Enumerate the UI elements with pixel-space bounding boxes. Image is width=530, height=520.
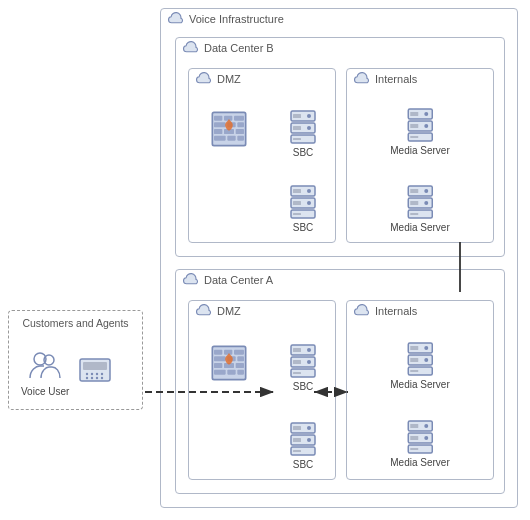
- svg-rect-3: [234, 116, 244, 121]
- media-server-b1-label: Media Server: [390, 145, 449, 156]
- svg-rect-26: [293, 201, 301, 205]
- cloud-icon-internals-b: [353, 72, 371, 86]
- internals-b-label: Internals: [375, 73, 417, 85]
- svg-point-33: [424, 124, 428, 128]
- svg-rect-18: [293, 126, 301, 130]
- cloud-icon-dmz-a: [195, 304, 213, 318]
- svg-rect-31: [410, 112, 418, 116]
- sbc-a1-label: SBC: [293, 381, 314, 392]
- svg-rect-71: [293, 438, 301, 442]
- internals-a-label: Internals: [375, 305, 417, 317]
- svg-point-78: [424, 358, 428, 362]
- svg-rect-47: [224, 350, 232, 355]
- svg-rect-52: [214, 363, 222, 368]
- dc-b-region: Data Center B DMZ: [175, 37, 505, 257]
- media-server-a2-label: Media Server: [390, 457, 449, 468]
- svg-rect-81: [410, 370, 418, 372]
- media-server-a1-wrap: Media Server: [390, 341, 449, 390]
- media-server-b2-wrap: Media Server: [390, 184, 449, 233]
- media-server-a2-icon: [406, 419, 434, 455]
- svg-rect-89: [410, 448, 418, 450]
- sbc-b1-icon: [289, 109, 317, 145]
- svg-rect-36: [410, 136, 418, 138]
- sbc-b2-icon: [289, 184, 317, 220]
- svg-rect-76: [410, 346, 418, 350]
- svg-rect-11: [227, 136, 235, 141]
- sbc-a1-icon: [289, 343, 317, 379]
- customers-label: Customers and Agents: [9, 317, 142, 329]
- sbc-b1-label: SBC: [293, 147, 314, 158]
- firewall-a-icon: [209, 343, 249, 383]
- cloud-icon-internals-a: [353, 304, 371, 318]
- svg-point-94: [86, 373, 88, 375]
- svg-point-70: [307, 438, 311, 442]
- internals-b-region: Internals Media Server: [346, 68, 494, 243]
- svg-point-22: [307, 189, 311, 193]
- svg-rect-1: [214, 116, 222, 121]
- svg-point-86: [424, 436, 428, 440]
- svg-point-98: [86, 377, 88, 379]
- phone-icon: [77, 351, 113, 387]
- svg-point-67: [307, 426, 311, 430]
- dc-a-label: Data Center A: [204, 274, 273, 286]
- media-server-b2-icon: [406, 184, 434, 220]
- svg-rect-6: [237, 122, 244, 127]
- voice-infra-region: Voice Infrastructure Data Center B DMZ: [160, 8, 518, 508]
- sbc-b1-wrap: SBC: [289, 109, 317, 158]
- svg-point-99: [91, 377, 93, 379]
- media-server-a1-label: Media Server: [390, 379, 449, 390]
- svg-point-75: [424, 346, 428, 350]
- dmz-a-region: DMZ: [188, 300, 336, 480]
- svg-point-96: [96, 373, 98, 375]
- svg-point-95: [91, 373, 93, 375]
- media-server-a1-icon: [406, 341, 434, 377]
- sbc-a2-icon: [289, 421, 317, 457]
- media-server-a2-wrap: Media Server: [390, 419, 449, 468]
- svg-rect-23: [293, 189, 301, 193]
- sbc-a2-label: SBC: [293, 459, 314, 470]
- svg-rect-60: [293, 348, 301, 352]
- svg-rect-42: [410, 201, 418, 205]
- svg-rect-46: [214, 350, 222, 355]
- svg-rect-54: [236, 363, 244, 368]
- voice-user-icon: [27, 348, 63, 384]
- svg-rect-28: [293, 213, 301, 215]
- svg-point-38: [424, 189, 428, 193]
- svg-rect-51: [237, 356, 244, 361]
- dmz-a-label: DMZ: [217, 305, 241, 317]
- dmz-b-region: DMZ: [188, 68, 336, 243]
- firewall-a-wrap: [209, 343, 249, 383]
- svg-rect-9: [236, 129, 244, 134]
- svg-point-62: [307, 360, 311, 364]
- dc-a-region: Data Center A DMZ: [175, 269, 505, 494]
- internals-a-region: Internals Media Server: [346, 300, 494, 480]
- network-diagram: Voice Infrastructure Data Center B DMZ: [0, 0, 530, 520]
- svg-rect-15: [293, 114, 301, 118]
- media-server-b1-icon: [406, 107, 434, 143]
- svg-point-30: [424, 112, 428, 116]
- svg-rect-39: [410, 189, 418, 193]
- svg-rect-63: [293, 360, 301, 364]
- svg-point-14: [307, 114, 311, 118]
- svg-point-25: [307, 201, 311, 205]
- cloud-icon-dc-b: [182, 41, 200, 55]
- svg-rect-12: [237, 136, 244, 141]
- svg-rect-73: [293, 450, 301, 452]
- customers-box: Customers and Agents Voice User: [8, 310, 143, 410]
- svg-rect-34: [410, 124, 418, 128]
- media-server-b2-label: Media Server: [390, 222, 449, 233]
- svg-point-97: [101, 373, 103, 375]
- firewall-b-wrap: [209, 109, 249, 149]
- svg-rect-7: [214, 129, 222, 134]
- svg-rect-44: [410, 213, 418, 215]
- svg-rect-87: [410, 436, 418, 440]
- svg-point-41: [424, 201, 428, 205]
- svg-rect-79: [410, 358, 418, 362]
- svg-rect-2: [224, 116, 232, 121]
- firewall-b-icon: [209, 109, 249, 149]
- svg-point-59: [307, 348, 311, 352]
- svg-rect-84: [410, 424, 418, 428]
- dmz-b-label: DMZ: [217, 73, 241, 85]
- svg-rect-55: [214, 370, 226, 375]
- svg-point-17: [307, 126, 311, 130]
